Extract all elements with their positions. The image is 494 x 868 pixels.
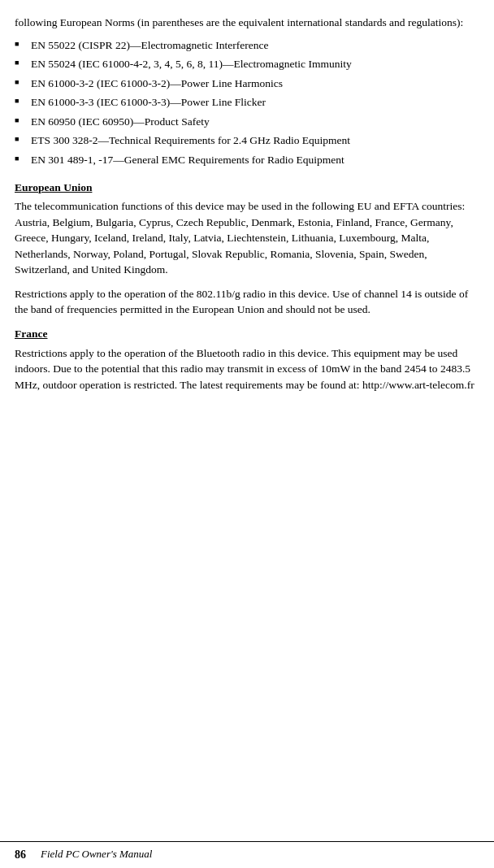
- bullet-text-6: EN 301 489-1, -17—General EMC Requiremen…: [31, 152, 479, 168]
- bullet-text-5: ETS 300 328-2—Technical Requirements for…: [31, 132, 479, 149]
- bullet-icon-5: ■: [15, 134, 26, 145]
- section-paragraph-european-union-1: Restrictions apply to the operation of t…: [15, 286, 479, 318]
- page-container: following European Norms (in parentheses…: [0, 0, 494, 868]
- sections-container: European UnionThe telecommunication func…: [15, 180, 479, 393]
- bullet-text-1: EN 55024 (IEC 61000-4-2, 3, 4, 5, 6, 8, …: [31, 56, 479, 72]
- section-paragraph-european-union-0: The telecommunication functions of this …: [15, 198, 479, 278]
- bullet-item-2: ■EN 61000-3-2 (IEC 61000-3-2)—Power Line…: [15, 76, 479, 92]
- bullet-icon-2: ■: [15, 77, 26, 88]
- bullet-icon-4: ■: [15, 115, 26, 126]
- intro-paragraph: following European Norms (in parentheses…: [15, 15, 479, 31]
- section-heading-france: France: [15, 326, 479, 342]
- bullet-text-3: EN 61000-3-3 (IEC 61000-3-3)—Power Line …: [31, 94, 479, 111]
- page-footer: 86 Field PC Owner's Manual: [0, 841, 494, 868]
- footer-title: Field PC Owner's Manual: [41, 847, 152, 862]
- bullet-icon-3: ■: [15, 96, 26, 106]
- bullet-icon-0: ■: [15, 39, 26, 50]
- section-paragraph-france-0: Restrictions apply to the operation of t…: [15, 345, 479, 393]
- bullet-text-0: EN 55022 (CISPR 22)—Electromagnetic Inte…: [31, 37, 479, 54]
- bullet-item-3: ■EN 61000-3-3 (IEC 61000-3-3)—Power Line…: [15, 94, 479, 111]
- bullet-icon-6: ■: [15, 154, 26, 164]
- bullet-item-4: ■EN 60950 (IEC 60950)—Product Safety: [15, 114, 479, 130]
- footer-page-number: 86: [15, 847, 26, 863]
- section-heading-european-union: European Union: [15, 180, 479, 196]
- bullet-item-1: ■EN 55024 (IEC 61000-4-2, 3, 4, 5, 6, 8,…: [15, 56, 479, 72]
- bullet-item-5: ■ETS 300 328-2—Technical Requirements fo…: [15, 132, 479, 149]
- bullet-item-6: ■EN 301 489-1, -17—General EMC Requireme…: [15, 152, 479, 168]
- bullet-text-4: EN 60950 (IEC 60950)—Product Safety: [31, 114, 479, 130]
- bullet-text-2: EN 61000-3-2 (IEC 61000-3-2)—Power Line …: [31, 76, 479, 92]
- standards-list: ■EN 55022 (CISPR 22)—Electromagnetic Int…: [15, 37, 479, 168]
- bullet-icon-1: ■: [15, 58, 26, 68]
- bullet-item-0: ■EN 55022 (CISPR 22)—Electromagnetic Int…: [15, 37, 479, 54]
